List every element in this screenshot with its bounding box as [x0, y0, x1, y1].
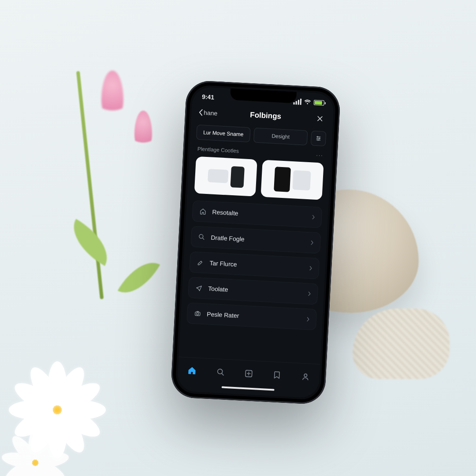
section-more-button[interactable]: ···	[316, 152, 324, 159]
chevron-right-icon	[309, 265, 313, 271]
phone-frame: 9:41 hane Folbings Lur Move Sname	[170, 80, 341, 405]
search-icon	[197, 233, 206, 241]
search-icon	[216, 367, 225, 376]
sliders-icon	[315, 135, 322, 142]
wifi-icon	[304, 99, 312, 105]
send-icon	[195, 284, 203, 292]
list-item-label: Resotalte	[212, 208, 307, 220]
card-item[interactable]	[194, 156, 257, 197]
thumbnail	[274, 167, 291, 192]
svg-rect-1	[195, 312, 201, 316]
close-icon	[316, 115, 324, 123]
card-row	[187, 156, 331, 208]
nav-profile-button[interactable]	[296, 367, 315, 386]
chevron-left-icon	[198, 109, 203, 116]
nav-add-button[interactable]	[239, 364, 258, 383]
decor-daisy	[40, 392, 75, 428]
list-item[interactable]: Tar Flurce	[189, 251, 320, 279]
decor-stem	[76, 71, 104, 299]
tab-settings-button[interactable]	[311, 130, 327, 146]
chevron-right-icon	[308, 291, 312, 296]
tab-label: Desight	[271, 133, 290, 140]
list-item-label: Dratle Fogle	[211, 234, 305, 246]
decor-flower	[101, 71, 123, 119]
list-item-label: Toolate	[208, 285, 303, 297]
chevron-right-icon	[310, 240, 314, 245]
decor-leaf	[63, 219, 118, 266]
menu-list: Resotalte Dratle Fogle Tar Flurce	[178, 200, 328, 364]
nav-bookmark-button[interactable]	[268, 365, 286, 384]
back-label: hane	[204, 109, 218, 117]
user-icon	[301, 372, 310, 381]
screen: 9:41 hane Folbings Lur Move Sname	[177, 86, 335, 398]
nav-home-button[interactable]	[183, 361, 201, 379]
decor-daisy	[23, 450, 48, 475]
back-button[interactable]: hane	[198, 109, 218, 117]
chevron-right-icon	[306, 316, 310, 322]
chevron-right-icon	[312, 215, 316, 220]
thumbnail	[292, 170, 311, 190]
list-item[interactable]: Toolate	[188, 277, 318, 305]
camera-icon	[193, 310, 202, 317]
plus-square-icon	[244, 369, 253, 378]
section-label: Plentlage Cootles	[197, 146, 239, 154]
decor-flower	[134, 111, 152, 149]
thumbnail	[230, 166, 244, 188]
decor-leaf	[118, 253, 160, 303]
close-button[interactable]	[313, 112, 326, 125]
nav-search-button[interactable]	[211, 363, 230, 381]
list-item-label: Pesle Rater	[207, 310, 301, 322]
list-item-label: Tar Flurce	[209, 260, 304, 271]
tab-label: Lur Move Sname	[203, 129, 244, 138]
tab-primary[interactable]: Lur Move Sname	[196, 125, 251, 142]
svg-point-5	[304, 374, 307, 377]
bookmark-icon	[272, 370, 282, 379]
home-icon	[199, 208, 207, 215]
card-item[interactable]	[260, 160, 324, 200]
list-item[interactable]: Pesle Rater	[186, 302, 317, 330]
home-icon	[187, 365, 197, 376]
thumbnail	[208, 169, 229, 183]
list-item[interactable]: Dratle Fogle	[190, 226, 321, 253]
tab-secondary[interactable]: Desight	[253, 127, 308, 145]
battery-icon	[313, 100, 324, 105]
page-title: Folbings	[250, 111, 282, 121]
decor-knit	[353, 309, 450, 379]
svg-point-2	[197, 313, 199, 315]
status-time: 9:41	[202, 93, 215, 100]
edit-icon	[196, 259, 205, 266]
